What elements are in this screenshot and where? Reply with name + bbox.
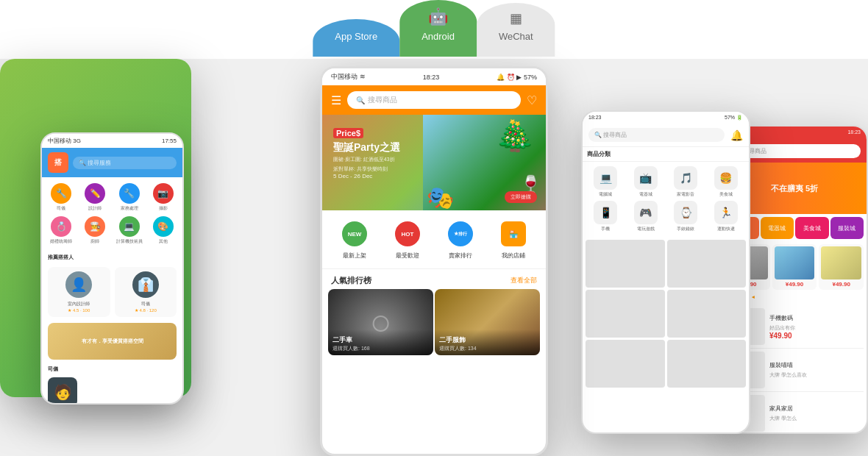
- phone-left: 中国移动 3G 17:55 搭 🔍 搜尋服務 🔧 司儀 ✏️ 設計師 🔧 家務處…: [40, 132, 184, 405]
- right1-product-row-1: [586, 240, 746, 288]
- right1-thumb-bike[interactable]: [667, 240, 747, 288]
- right1-search-bar[interactable]: 🔍 搜尋商品: [588, 128, 725, 142]
- fashion-product-count: 週購買人數: 134: [439, 345, 536, 352]
- left-cat-3: 🔧 家務處理: [115, 183, 144, 212]
- left-bottom-label: 司儀: [42, 363, 182, 376]
- left-cat-4: 📷 攝影: [149, 183, 178, 212]
- right1-cat-4[interactable]: 🍔 美食城: [708, 166, 745, 198]
- left-cat-6: 👨‍🍳 廚師: [80, 216, 110, 245]
- left-workers: 👤 室內設計師 ★ 4.5 · 100 👔 司儀 ★ 4.8 · 120: [42, 264, 182, 320]
- platform-tabs: App Store 🤖 Android ▦ WeChat: [313, 0, 555, 57]
- main-app-header: ☰ 🔍 搜尋商品 ♡: [322, 85, 546, 115]
- cat-store-label: 我的店鋪: [502, 252, 525, 260]
- right1-thumb-fashion[interactable]: [586, 340, 665, 388]
- wechat-icon: ▦: [510, 10, 522, 26]
- left-promo-banner: 有才有．享受優質搭搭空間: [48, 323, 177, 360]
- left-app-header: 搭 🔍 搜尋服務: [42, 148, 182, 177]
- left-cat-8: 🎨 其他: [149, 216, 178, 245]
- banner-price-label: Price$: [333, 128, 363, 138]
- left-status-bar: 中国移动 3G 17:55: [42, 134, 182, 148]
- cat-rank-label: 賣家排行: [449, 252, 472, 260]
- right1-cat-6[interactable]: 🎮 電玩遊戲: [627, 201, 665, 232]
- worker-2: 👔 司儀 ★ 4.8 · 120: [115, 267, 177, 317]
- tab-wechat[interactable]: ▦ WeChat: [477, 3, 555, 57]
- worker-1: 👤 室內設計師 ★ 4.5 · 100: [48, 267, 110, 317]
- product-fashion[interactable]: 二手服飾 週購買人數: 134: [435, 289, 540, 355]
- left-cat-1: 🔧 司儀: [46, 183, 76, 212]
- right1-section-title: 商品分類: [583, 147, 749, 162]
- right1-cat-7[interactable]: ⌚ 手錶鐘錶: [667, 201, 705, 232]
- main-search-bar[interactable]: 🔍 搜尋商品: [347, 91, 521, 109]
- tab-android[interactable]: 🤖 Android: [399, 0, 477, 57]
- right1-cat-2[interactable]: 📺 電器城: [627, 166, 665, 198]
- right1-status-bar: 18:23 57% 🔋: [583, 112, 749, 124]
- main-categories: NEW 最新上架 HOT 最受歡迎 ★排行 賣家排行 🏪 我的店鋪: [322, 210, 546, 269]
- cat-new-label: 最新上架: [343, 252, 366, 260]
- car-label: 二手車 週購買人數: 168: [328, 329, 433, 355]
- car-product-count: 週購買人數: 168: [332, 345, 429, 352]
- left-cat-7: 💻 計算機技術員: [115, 216, 144, 245]
- right2-price-3[interactable]: ¥49.90: [819, 244, 864, 290]
- badge-hot: HOT: [393, 219, 422, 249]
- banner-cta[interactable]: 立即搶購: [505, 191, 537, 203]
- right2-nav-3[interactable]: 美食城: [795, 217, 829, 239]
- left-cat-2: ✏️ 設計師: [80, 183, 110, 212]
- cat-hot[interactable]: HOT 最受歡迎: [393, 219, 422, 260]
- right1-thumb-watch[interactable]: [667, 340, 747, 388]
- right1-search-row: 🔍 搜尋商品 🔔: [588, 128, 743, 142]
- menu-icon[interactable]: ☰: [331, 93, 341, 107]
- badge-store: 🏪: [499, 219, 528, 249]
- right1-cat-5[interactable]: 📱 手機: [587, 201, 625, 232]
- tab-appstore[interactable]: App Store: [313, 19, 399, 57]
- right2-price-2[interactable]: ¥49.90: [772, 244, 817, 290]
- right1-categories: 💻 電腦城 📺 電器城 🎵 家電影音 🍔 美食城 📱 手機 🎮 電玩遊戲: [583, 162, 749, 237]
- right2-info-3: 家具家居 大牌 學怎么: [769, 405, 861, 422]
- right1-thumb-tablet[interactable]: [667, 290, 747, 338]
- cat-store[interactable]: 🏪 我的店鋪: [499, 219, 528, 260]
- banner-text: Price$ 聖誕Party之選 圍裙·廚工圍: 紅酒低至43折 派對單杯: 共…: [333, 126, 400, 179]
- main-section-title: 人氣排行榜: [331, 275, 371, 286]
- right2-nav-4[interactable]: 服裝城: [830, 217, 864, 239]
- cat-hot-label: 最受歡迎: [396, 252, 419, 260]
- left-bottom-worker: 🧑: [42, 376, 182, 405]
- banner-subtitle2: 派對單杯: 共享快樂時刻: [333, 165, 400, 173]
- fashion-label: 二手服飾 週購買人數: 134: [435, 329, 540, 355]
- banner-subtitle1: 圍裙·廚工圍: 紅酒低至43折: [333, 156, 400, 163]
- phone-main: 中国移动 ≋ 18:23 🔔 ⏰ ▶ 57% ☰ 🔍 搜尋商品 ♡ 🎄 🍷 🎭 …: [320, 66, 548, 456]
- main-banner: 🎄 🍷 🎭 Price$ 聖誕Party之選 圍裙·廚工圍: 紅酒低至43折 派…: [322, 115, 546, 210]
- cat-rank[interactable]: ★排行 賣家排行: [446, 219, 475, 260]
- android-label: Android: [421, 31, 455, 42]
- badge-rank: ★排行: [446, 219, 475, 249]
- main-section-more[interactable]: 查看全部: [511, 276, 537, 285]
- right1-cat-1[interactable]: 💻 電腦城: [587, 166, 625, 198]
- right1-bell-icon[interactable]: 🔔: [730, 129, 743, 141]
- wechat-label: WeChat: [499, 31, 533, 42]
- car-product-name: 二手車: [332, 335, 429, 345]
- banner-title: 聖誕Party之選: [333, 140, 400, 154]
- left-app-logo: 搭: [48, 152, 68, 173]
- main-product-grid: 二手車 週購買人數: 168 二手服飾 週購買人數: 134: [322, 289, 546, 355]
- right2-nav-2[interactable]: 電器城: [761, 217, 794, 239]
- left-cat-5: 💍 婚禮統籌師: [46, 216, 76, 245]
- right1-thumb-car[interactable]: [586, 240, 665, 288]
- cat-new[interactable]: NEW 最新上架: [340, 219, 369, 260]
- banner-date: 5 Dec - 26 Dec: [333, 173, 400, 179]
- right1-cat-8[interactable]: 🏃 運動快遞: [708, 201, 745, 232]
- fashion-product-name: 二手服飾: [439, 335, 536, 345]
- product-car[interactable]: 二手車 週購買人數: 168: [328, 289, 433, 355]
- right1-cat-3[interactable]: 🎵 家電影音: [667, 166, 705, 198]
- phone-right1: 18:23 57% 🔋 🔍 搜尋商品 🔔 商品分類 💻 電腦城 📺 電器城 🎵: [581, 110, 750, 434]
- badge-new: NEW: [340, 219, 369, 249]
- right1-products: [583, 237, 749, 393]
- main-content: 中国移动 3G 17:55 搭 🔍 搜尋服務 🔧 司儀 ✏️ 設計師 🔧 家務處…: [0, 59, 868, 456]
- right1-product-row-3: [586, 340, 746, 388]
- right2-info-1: 手機數碼 好品出有你 ¥49.90: [769, 314, 861, 340]
- android-icon: 🤖: [428, 7, 448, 26]
- left-section-title: 推薦搭搭人: [42, 251, 182, 264]
- right1-product-row-2: [586, 290, 746, 338]
- right2-info-2: 服裝喵喵 大牌 學怎么喜欢: [769, 361, 861, 379]
- heart-icon[interactable]: ♡: [527, 93, 537, 107]
- right1-thumb-appliance[interactable]: [586, 290, 665, 338]
- left-search-bar[interactable]: 🔍 搜尋服務: [73, 157, 177, 169]
- appstore-label: App Store: [335, 31, 377, 42]
